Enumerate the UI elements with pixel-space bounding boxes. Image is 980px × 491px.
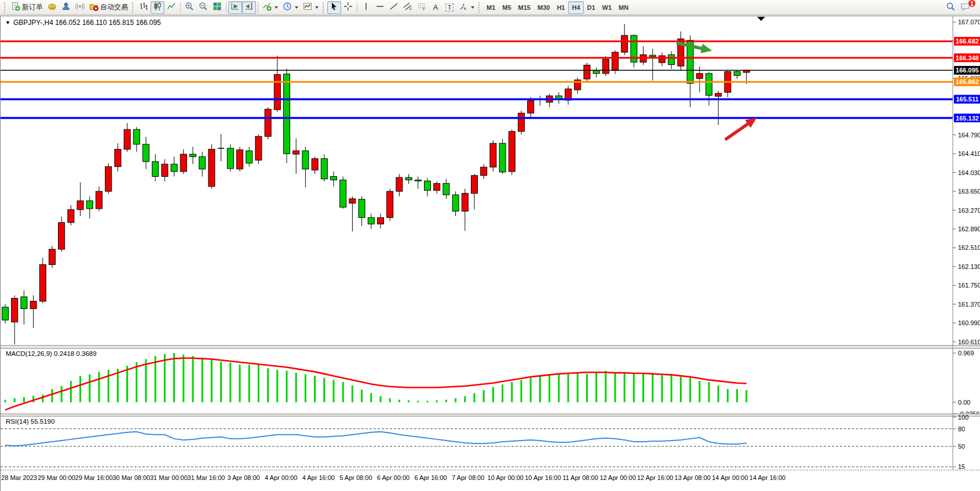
time-tick-label: 10 Apr 16:00 (525, 474, 561, 481)
price-tick-label: 163.650 (958, 188, 980, 195)
signals-broadcast-icon (75, 2, 85, 13)
price-line-badge: 166.348 (956, 54, 979, 61)
auto-scroll-icon (231, 2, 240, 13)
deposit-button[interactable] (45, 1, 59, 14)
periods-button[interactable] (280, 1, 301, 14)
bar-chart-button[interactable] (137, 1, 151, 14)
price-line-badge: 165.862 (956, 78, 979, 85)
zoom-out-button[interactable] (196, 1, 210, 14)
mt4-application: 新订单 自动交易 (0, 0, 980, 491)
time-tick-label: 13 Apr 08:00 (675, 474, 711, 481)
time-axis[interactable]: 28 Mar 202329 Mar 00:0029 Mar 16:0030 Ma… (1, 474, 785, 481)
crosshair-icon (343, 2, 353, 13)
trendline-icon (389, 2, 398, 13)
crosshair-button[interactable] (341, 1, 355, 14)
new-order-button[interactable]: 新订单 (9, 1, 45, 14)
price-line-badge: 165.511 (956, 96, 978, 103)
chart-menu-icon[interactable]: ▼ (5, 20, 10, 26)
trendline-button[interactable] (387, 1, 401, 14)
rsi-line (5, 432, 747, 446)
price-tick-label: 164.410 (958, 150, 980, 157)
equidistant-channel-button[interactable]: E (401, 1, 415, 14)
vertical-line-button[interactable] (359, 1, 373, 14)
timeframe-button-mn[interactable]: MN (615, 1, 632, 14)
time-tick-label: 29 Mar 00:00 (38, 474, 75, 481)
chart-shift-button[interactable] (242, 1, 256, 14)
candlestick-chart-button[interactable] (151, 1, 164, 14)
fibonacci-icon: F (417, 2, 426, 13)
line-chart-icon (167, 2, 176, 13)
time-tick-label: 14 Apr 00:00 (712, 474, 748, 481)
search-button[interactable] (944, 1, 958, 14)
autotrading-button[interactable]: 自动交易 (87, 1, 130, 14)
svg-text:F: F (423, 7, 425, 11)
dropdown-caret-icon (471, 6, 474, 9)
templates-button[interactable] (301, 1, 321, 14)
rsi-tick-label: 80 (958, 425, 965, 432)
time-tick-label: 12 Apr 16:00 (637, 474, 673, 481)
time-tick-label: 31 Mar 16:00 (188, 474, 225, 481)
text-tool-button[interactable]: A (429, 1, 443, 14)
chart-shift-marker[interactable] (757, 17, 765, 21)
time-tick-label: 5 Apr 08:00 (339, 474, 372, 481)
price-tick-label: 162.130 (958, 263, 980, 270)
auto-scroll-button[interactable] (228, 1, 242, 14)
arrows-tool-icon (459, 2, 468, 13)
toolbar-drag-handle[interactable] (132, 2, 135, 13)
indicators-button[interactable] (260, 1, 280, 14)
price-axis-badges: 166.682166.348166.095165.862165.511165.1… (954, 37, 980, 122)
time-tick-label: 29 Mar 16:00 (75, 474, 113, 481)
horizontal-line-button[interactable] (373, 1, 387, 14)
chart-canvas[interactable]: 167.070166.690166.310165.930165.550165.1… (1, 16, 980, 491)
price-tick-label: 162.890 (958, 226, 980, 232)
timeframe-button-h4[interactable]: H4 (568, 1, 583, 14)
chat-unread-badge: 1 (968, 0, 976, 8)
red-arrow-object[interactable] (725, 120, 754, 140)
label-tool-button[interactable]: T (443, 1, 456, 14)
timeframe-button-w1[interactable]: W1 (599, 1, 616, 14)
tile-windows-button[interactable] (210, 1, 224, 14)
timeframe-button-m15[interactable]: M15 (515, 1, 534, 14)
timeframe-button-m30[interactable]: M30 (534, 1, 553, 14)
dropdown-caret-icon (315, 6, 319, 9)
price-tick-label: 162.510 (958, 244, 980, 251)
time-tick-label: 6 Apr 00:00 (377, 474, 409, 481)
toolbar-right-group: 1 (944, 1, 978, 14)
time-tick-label: 31 Mar 00:00 (150, 474, 188, 481)
tile-windows-icon (213, 2, 222, 13)
rsi-tick-label: 15 (958, 463, 965, 470)
horizontal-line-icon (375, 2, 385, 13)
line-chart-button[interactable] (164, 1, 178, 14)
rsi-panel: 100805015 (1, 414, 968, 471)
deposit-coin-icon (47, 2, 57, 13)
cursor-button[interactable] (327, 1, 341, 14)
label-tool-icon: T (445, 3, 454, 12)
timeframe-button-m1[interactable]: M1 (483, 1, 499, 14)
new-order-icon (11, 2, 20, 13)
timeframe-button-h1[interactable]: H1 (553, 1, 568, 14)
svg-text:E: E (409, 7, 412, 10)
timeframe-button-m5[interactable]: M5 (499, 1, 514, 14)
macd-tick-label: 0.969 (958, 350, 974, 357)
chart-title: GBPJPY-,H4 166.052 166.110 165.815 166.0… (13, 19, 161, 27)
time-tick-label: 6 Apr 16:00 (414, 474, 447, 481)
chart-window[interactable]: 167.070166.690166.310165.930165.550165.1… (0, 16, 980, 491)
community-button[interactable] (59, 1, 73, 14)
price-tick-label: 164.790 (958, 132, 980, 139)
chat-button[interactable]: 1 (958, 1, 973, 14)
channel-icon: E (403, 2, 412, 13)
drawing-tools-group: E F A T (327, 0, 477, 15)
chart-title-bar[interactable]: ▼GBPJPY-,H4 166.052 166.110 165.815 166.… (5, 19, 161, 27)
templates-icon (303, 2, 312, 13)
zoom-in-button[interactable] (182, 1, 196, 14)
toolbar-drag-handle[interactable] (478, 2, 481, 13)
fibonacci-button[interactable]: F (415, 1, 429, 14)
toolbar-drag-handle[interactable] (323, 2, 326, 13)
signals-button[interactable] (73, 1, 87, 14)
arrows-tool-button[interactable] (456, 1, 477, 14)
main-toolbar: 新订单 自动交易 (0, 0, 980, 15)
timeframe-button-d1[interactable]: D1 (584, 1, 599, 14)
toolbar-drag-handle[interactable] (4, 2, 7, 13)
time-tick-label: 3 Apr 08:00 (227, 474, 259, 481)
current-price-badge: 166.095 (956, 67, 979, 74)
